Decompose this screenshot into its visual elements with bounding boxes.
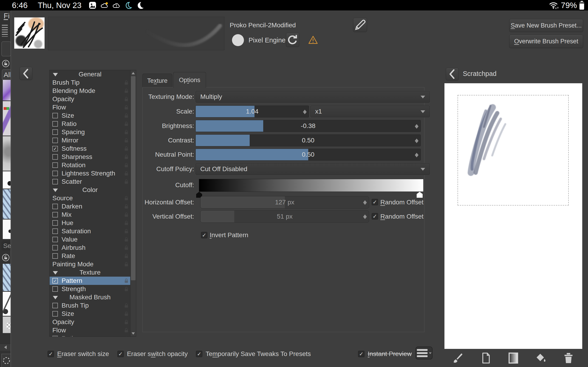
preset-thumbnail[interactable] — [3, 171, 10, 189]
detach-menu-button[interactable] — [415, 347, 432, 359]
options-list-item[interactable]: Flow — [50, 326, 130, 334]
option-label: Brush Tip — [61, 302, 89, 309]
selection-tool-button[interactable] — [1, 354, 10, 367]
contrast-spinner[interactable] — [414, 135, 420, 145]
invert-pattern-checkbox[interactable] — [201, 232, 208, 238]
tag-all-button[interactable]: All — [2, 69, 10, 80]
footer-option[interactable]: Eraser switch opacity — [117, 350, 188, 358]
brightness-spinner[interactable] — [414, 121, 420, 131]
section-label: Texture — [79, 269, 101, 276]
options-list-item[interactable]: Opacity — [50, 318, 130, 326]
horizontal-offset-spinner[interactable] — [362, 197, 368, 207]
instant-preview-checkbox[interactable] — [358, 351, 364, 357]
options-section-header[interactable]: General — [50, 70, 130, 78]
scale-multiplier-dropdown[interactable]: x1 — [310, 106, 430, 117]
texturing-mode-value: Multiply — [200, 93, 222, 100]
brightness-slider[interactable]: -0.38 — [195, 120, 421, 132]
scale-slider[interactable]: 1.04 — [195, 106, 309, 117]
search-input[interactable]: Sea — [1, 241, 10, 250]
options-list-item[interactable]: Rate — [50, 252, 130, 260]
save-new-brush-preset-button[interactable]: Save New Brush Preset... — [509, 19, 583, 32]
texturing-mode-dropdown[interactable]: Multiply — [195, 91, 430, 103]
docker-tool-button[interactable] — [1, 41, 10, 56]
file-menu[interactable]: Fi — [4, 12, 10, 20]
fill-bucket-button[interactable] — [535, 352, 547, 364]
option-enable-checkbox[interactable] — [52, 253, 58, 259]
options-list-item[interactable]: Ratio — [50, 334, 130, 336]
horizontal-scrollbar[interactable] — [0, 344, 10, 351]
scroll-up-arrow-icon[interactable] — [132, 72, 135, 74]
tab-options[interactable]: Options — [173, 72, 206, 88]
footer-option[interactable]: Eraser switch size — [48, 350, 109, 358]
option-label: Flow — [52, 327, 66, 334]
footer-checkbox[interactable] — [48, 351, 54, 357]
vertical-offset-slider[interactable]: 51 px — [200, 210, 369, 223]
engine-label: Pixel Engine — [249, 36, 285, 44]
preset-thumbnail[interactable] — [3, 80, 10, 100]
options-section-header[interactable]: Masked Brush — [50, 293, 130, 301]
horizontal-random-offset-label[interactable]: Random Offset — [380, 199, 424, 206]
vertical-random-offset-checkbox[interactable] — [372, 213, 378, 219]
overwrite-brush-preset-button[interactable]: Overwrite Brush Preset — [509, 35, 583, 48]
collapse-scratchpad-button[interactable] — [446, 68, 459, 81]
option-enable-checkbox[interactable] — [52, 311, 58, 317]
preset-thumbnail[interactable] — [3, 317, 10, 333]
horizontal-offset-slider[interactable]: 127 px — [200, 196, 369, 209]
collapse-triangle-icon — [53, 296, 58, 299]
option-enable-checkbox[interactable] — [52, 336, 58, 336]
preset-thumbnail[interactable] — [3, 101, 10, 135]
instant-preview-option[interactable]: Instant Preview — [358, 349, 412, 359]
trash-icon — [562, 352, 574, 364]
options-list-item[interactable]: Brush Tip — [50, 301, 130, 310]
options-list-item[interactable]: Painting Mode — [50, 260, 130, 268]
collapse-triangle-icon — [53, 73, 58, 76]
vertical-random-offset-label[interactable]: Random Offset — [380, 213, 424, 220]
option-enable-checkbox[interactable] — [52, 286, 58, 292]
options-list-item[interactable]: Strength — [50, 285, 130, 293]
neutral-point-slider[interactable]: 0.50 — [195, 149, 421, 161]
option-enable-checkbox[interactable]: ✓ — [52, 278, 58, 284]
scale-value: 1.04 — [196, 106, 309, 117]
scroll-left-arrow-icon[interactable] — [2, 345, 7, 349]
preset-thumbnail[interactable] — [3, 136, 10, 171]
option-label: Brush Tip — [52, 79, 79, 86]
options-section-header[interactable]: Texture — [50, 268, 130, 277]
footer-checkbox[interactable] — [117, 351, 124, 357]
vertical-offset-spinner[interactable] — [362, 211, 368, 222]
trash-button[interactable] — [562, 352, 574, 364]
tab-texture[interactable]: Texture — [142, 74, 172, 88]
scroll-down-arrow-icon[interactable] — [132, 332, 135, 335]
footer-option[interactable]: Temporarily Save Tweaks To Presets — [196, 350, 311, 358]
option-enable-checkbox[interactable] — [52, 245, 58, 250]
cutoff-policy-dropdown[interactable]: Cut Off Disabled — [195, 163, 430, 175]
options-list-item[interactable]: ✓Pattern — [50, 277, 130, 285]
gradient-fill-button[interactable] — [507, 352, 519, 364]
warning-icon — [308, 35, 318, 44]
preset-thumbnail-selected[interactable] — [3, 189, 10, 219]
invert-pattern-label[interactable]: Invert Pattern — [210, 232, 248, 239]
contrast-slider[interactable]: 0.50 — [195, 134, 421, 146]
new-page-icon — [480, 352, 492, 364]
lock-icon — [124, 303, 129, 308]
options-list-item[interactable]: Size — [50, 310, 130, 318]
reload-preset-button[interactable] — [286, 33, 299, 47]
cutoff-gradient-slider[interactable] — [199, 179, 424, 192]
scale-spinner[interactable] — [302, 107, 308, 116]
scale-label: Scale: — [176, 108, 194, 115]
collapse-options-button[interactable] — [19, 67, 32, 80]
preset-thumbnail-selected[interactable] — [3, 264, 10, 291]
options-list-item[interactable]: Brush Tip — [50, 78, 130, 87]
brush-preset-editor: Proko Pencil-2Modified Pixel Engine Save… — [10, 10, 588, 367]
preset-name: Proko Pencil-2Modified — [230, 22, 296, 29]
new-page-button[interactable] — [480, 352, 492, 364]
paintbrush-button[interactable] — [452, 352, 464, 364]
horizontal-random-offset-checkbox[interactable] — [372, 199, 378, 205]
neutral-point-spinner[interactable] — [414, 150, 420, 159]
options-list-item[interactable]: Airbrush — [50, 244, 130, 252]
lock-icon — [124, 319, 129, 325]
rename-preset-button[interactable] — [353, 18, 367, 32]
option-enable-checkbox[interactable] — [52, 303, 58, 308]
footer-checkbox[interactable] — [196, 351, 202, 357]
preset-thumbnail[interactable] — [3, 292, 10, 316]
preset-thumbnail[interactable] — [3, 219, 10, 239]
